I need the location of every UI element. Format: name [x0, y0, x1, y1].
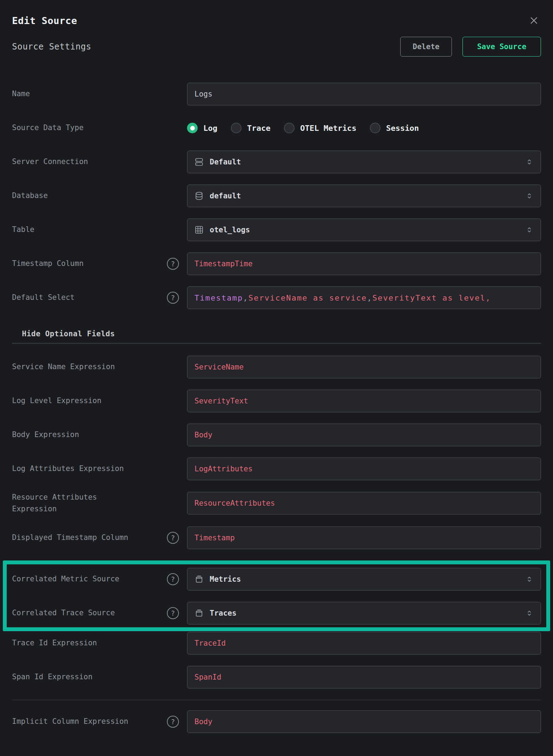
- edit-source-dialog: Edit Source Source Settings Delete Save …: [0, 0, 553, 756]
- database-label: Database: [12, 190, 48, 202]
- table-row-field: Table otel_logs: [0, 219, 553, 241]
- delete-button[interactable]: Delete: [400, 37, 452, 57]
- close-icon: [528, 15, 540, 26]
- server-connection-select[interactable]: Default: [187, 151, 541, 173]
- radio-option-trace[interactable]: Trace: [231, 123, 270, 133]
- trace-id-expression-label: Trace Id Expression: [12, 637, 97, 649]
- log-level-expression-row: Log Level Expression SeverityText: [0, 390, 553, 412]
- correlated-metric-source-label: Correlated Metric Source: [12, 573, 119, 585]
- source-settings-bar: Source Settings Delete Save Source: [0, 27, 553, 57]
- radio-selected-icon: [187, 123, 198, 133]
- body-expression-row: Body Expression Body: [0, 424, 553, 446]
- table-select[interactable]: otel_logs: [187, 219, 541, 241]
- correlated-metric-source-select[interactable]: Metrics: [187, 568, 541, 591]
- help-circle-icon[interactable]: ?: [167, 532, 179, 544]
- timestamp-column-label: Timestamp Column: [12, 258, 83, 270]
- radio-unselected-icon: [370, 123, 380, 133]
- database-cylinder-icon: [194, 191, 204, 200]
- timestamp-column-input[interactable]: TimestampTime: [187, 252, 541, 275]
- log-attributes-expression-label: Log Attributes Expression: [12, 463, 124, 475]
- chevron-selector-icon: [525, 609, 534, 617]
- span-id-expression-label: Span Id Expression: [12, 671, 93, 683]
- displayed-timestamp-column-label: Displayed Timestamp Column: [12, 532, 128, 544]
- source-settings-form: Name Logs Source Data Type Log Trace OTE…: [0, 83, 553, 733]
- log-attributes-expression-input[interactable]: LogAttributes: [187, 458, 541, 480]
- span-id-expression-input[interactable]: SpanId: [187, 666, 541, 688]
- correlated-trace-source-row: Correlated Trace Source ? Traces: [0, 602, 553, 624]
- body-expression-input[interactable]: Body: [187, 424, 541, 446]
- source-data-type-label: Source Data Type: [12, 122, 83, 134]
- default-select-row: Default Select ? Timestamp, ServiceName …: [0, 286, 553, 309]
- server-connection-label: Server Connection: [12, 156, 88, 168]
- resource-attributes-expression-label: Resource Attributes Expression: [12, 492, 140, 515]
- service-name-expression-row: Service Name Expression ServiceName: [0, 356, 553, 378]
- name-row: Name Logs: [0, 83, 553, 105]
- archive-box-icon: [194, 609, 204, 618]
- chevron-selector-icon: [525, 575, 534, 583]
- log-level-expression-input[interactable]: SeverityText: [187, 390, 541, 412]
- table-grid-icon: [194, 225, 204, 234]
- help-circle-icon[interactable]: ?: [167, 716, 179, 728]
- displayed-timestamp-column-row: Displayed Timestamp Column ? Timestamp: [0, 527, 553, 549]
- source-data-type-row: Source Data Type Log Trace OTEL Metrics …: [0, 117, 553, 139]
- radio-option-otel-metrics[interactable]: OTEL Metrics: [284, 123, 356, 133]
- help-circle-icon[interactable]: ?: [167, 292, 179, 304]
- database-row: Database default: [0, 185, 553, 207]
- resource-attributes-expression-input[interactable]: ResourceAttributes: [187, 492, 541, 514]
- implicit-column-expression-label: Implicit Column Expression: [12, 716, 128, 728]
- chevron-selector-icon: [525, 192, 534, 200]
- name-input[interactable]: Logs: [187, 83, 541, 105]
- implicit-column-expression-input[interactable]: Body: [187, 710, 541, 733]
- radio-unselected-icon: [284, 123, 295, 133]
- section-title: Source Settings: [12, 42, 400, 52]
- server-connection-row: Server Connection Default: [0, 151, 553, 173]
- dialog-header: Edit Source: [0, 0, 553, 27]
- help-circle-icon[interactable]: ?: [167, 607, 179, 619]
- resource-attributes-expression-row: Resource Attributes Expression ResourceA…: [0, 492, 553, 515]
- default-select-label: Default Select: [12, 292, 75, 304]
- correlated-trace-source-select[interactable]: Traces: [187, 602, 541, 624]
- help-circle-icon[interactable]: ?: [167, 573, 179, 585]
- source-data-type-radio-group: Log Trace OTEL Metrics Session: [187, 123, 419, 133]
- table-label: Table: [12, 224, 34, 236]
- log-attributes-expression-row: Log Attributes Expression LogAttributes: [0, 458, 553, 480]
- displayed-timestamp-column-input[interactable]: Timestamp: [187, 527, 541, 549]
- trace-id-expression-row: Trace Id Expression TraceId: [0, 632, 553, 655]
- timestamp-column-row: Timestamp Column ? TimestampTime: [0, 252, 553, 275]
- chevron-selector-icon: [525, 226, 534, 234]
- close-button[interactable]: [528, 14, 540, 27]
- server-icon: [194, 157, 204, 167]
- section-divider: [12, 700, 541, 700]
- database-select[interactable]: default: [187, 185, 541, 207]
- radio-unselected-icon: [231, 123, 241, 133]
- correlated-metric-source-row: Correlated Metric Source ? Metrics: [0, 568, 553, 591]
- span-id-expression-row: Span Id Expression SpanId: [0, 666, 553, 688]
- dialog-title: Edit Source: [12, 15, 77, 26]
- help-circle-icon[interactable]: ?: [167, 258, 179, 270]
- correlated-trace-source-label: Correlated Trace Source: [12, 607, 115, 619]
- chevron-selector-icon: [525, 158, 534, 166]
- archive-box-icon: [194, 575, 204, 584]
- body-expression-label: Body Expression: [12, 429, 79, 441]
- name-label: Name: [12, 88, 30, 100]
- service-name-expression-input[interactable]: ServiceName: [187, 356, 541, 378]
- hide-optional-fields-toggle[interactable]: Hide Optional Fields: [0, 320, 553, 338]
- radio-option-session[interactable]: Session: [370, 123, 419, 133]
- save-source-button[interactable]: Save Source: [462, 37, 541, 57]
- default-select-input[interactable]: Timestamp, ServiceName as service, Sever…: [187, 286, 541, 309]
- service-name-expression-label: Service Name Expression: [12, 361, 115, 373]
- implicit-column-expression-row: Implicit Column Expression ? Body: [0, 710, 553, 733]
- log-level-expression-label: Log Level Expression: [12, 395, 101, 407]
- trace-id-expression-input[interactable]: TraceId: [187, 632, 541, 655]
- radio-option-log[interactable]: Log: [187, 123, 217, 133]
- section-divider: [12, 343, 541, 344]
- correlated-sources-highlight: Correlated Metric Source ? Metrics Corre…: [0, 560, 553, 631]
